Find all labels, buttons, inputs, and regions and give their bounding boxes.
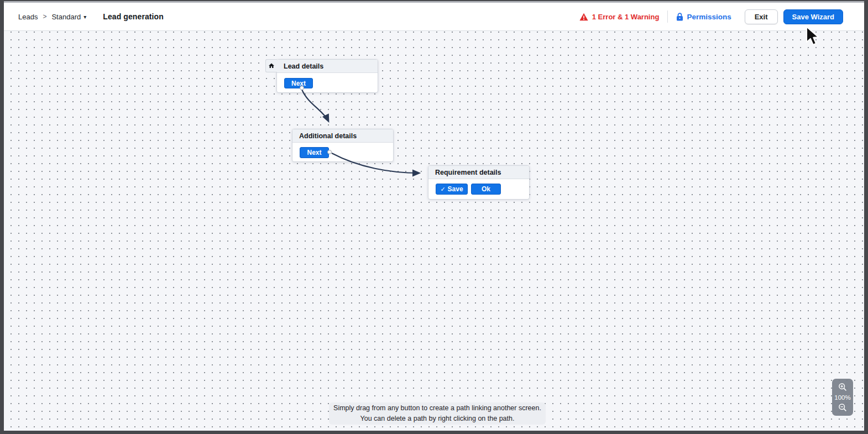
screen-title: Additional details (299, 132, 357, 140)
permissions-link[interactable]: Permissions (676, 13, 731, 21)
screen-card-additional-details[interactable]: Additional details Next (292, 129, 394, 162)
zoom-in-button[interactable] (838, 383, 847, 391)
exit-button[interactable]: Exit (745, 9, 778, 24)
topbar: Leads > Standard ▾ Lead generation 1 Err… (4, 3, 864, 31)
screen-card-header: Additional details (292, 129, 393, 143)
breadcrumb-module[interactable]: Leads (18, 13, 38, 21)
screen-title: Requirement details (435, 169, 501, 176)
zoom-out-icon (838, 403, 847, 412)
screen-card-header: Requirement details (428, 166, 529, 179)
path-lead-to-additional (302, 90, 328, 121)
hint-banner: Simply drag from any button to create a … (329, 402, 546, 425)
topbar-divider (667, 11, 668, 23)
topbar-right: 1 Error & 1 Warning Permissions Exit Sav… (579, 9, 843, 24)
screen-card-header: Lead details (277, 60, 378, 73)
zoom-in-icon (838, 383, 847, 391)
path-connector-handle[interactable] (300, 86, 304, 90)
screen-button-next[interactable]: Next (284, 78, 313, 88)
path-connector-handle[interactable] (327, 150, 332, 154)
error-warning-status[interactable]: 1 Error & 1 Warning (579, 13, 660, 21)
wizard-editor-window: Leads > Standard ▾ Lead generation 1 Err… (4, 1, 864, 431)
screen-button-ok[interactable]: Ok (471, 184, 501, 195)
error-warning-label: 1 Error & 1 Warning (592, 13, 660, 21)
zoom-controls: 100% (832, 379, 853, 416)
screen-button-next[interactable]: Next (300, 147, 329, 158)
screen-title: Lead details (284, 62, 323, 70)
breadcrumb-separator-icon: > (43, 13, 46, 20)
screen-button-save[interactable]: ✓ Save (436, 184, 468, 195)
permissions-label: Permissions (687, 13, 731, 21)
zoom-out-button[interactable] (838, 403, 847, 412)
zoom-level: 100% (834, 394, 850, 401)
wizard-canvas[interactable]: Lead details Next Additional details Nex… (4, 31, 864, 431)
page-title: Lead generation (103, 12, 164, 21)
home-start-tab (265, 59, 277, 72)
screen-button-save-label: Save (448, 185, 463, 193)
save-wizard-button[interactable]: Save Wizard (783, 9, 843, 24)
home-icon (268, 62, 275, 69)
hint-line-1: Simply drag from any button to create a … (333, 403, 541, 414)
screen-card-lead-details[interactable]: Lead details Next (276, 59, 378, 93)
hint-line-2: You can delete a path by right clicking … (360, 414, 515, 424)
check-icon: ✓ (440, 186, 445, 193)
layout-selector-label: Standard (51, 13, 81, 21)
lock-icon (676, 13, 683, 21)
warning-icon (579, 13, 588, 21)
path-connections[interactable] (4, 31, 864, 431)
layout-selector[interactable]: Standard ▾ (51, 13, 86, 21)
chevron-down-icon: ▾ (83, 14, 86, 20)
topbar-left: Leads > Standard ▾ Lead generation (18, 12, 164, 21)
screen-card-requirement-details[interactable]: Requirement details ✓ Save Ok (428, 165, 530, 200)
